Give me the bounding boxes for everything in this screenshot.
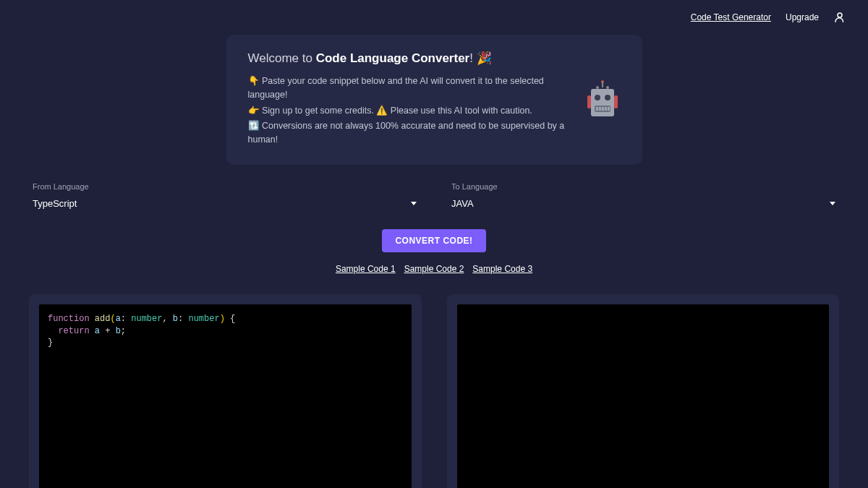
chevron-down-icon bbox=[830, 202, 835, 205]
output-code-editor[interactable] bbox=[457, 304, 830, 488]
svg-point-4 bbox=[606, 86, 609, 89]
welcome-title-prefix: Welcome to bbox=[248, 51, 316, 65]
to-language-select[interactable]: JAVA bbox=[451, 195, 835, 212]
profile-icon[interactable] bbox=[833, 11, 846, 24]
welcome-line-3: 🔃 Conversions are not always 100% accura… bbox=[248, 119, 570, 147]
svg-point-8 bbox=[595, 95, 600, 100]
from-language-label: From Language bbox=[33, 182, 417, 191]
svg-rect-7 bbox=[614, 95, 618, 108]
svg-rect-11 bbox=[596, 107, 598, 111]
svg-rect-13 bbox=[602, 107, 604, 111]
output-editor-panel bbox=[447, 294, 840, 488]
welcome-title-bold: Code Language Converter bbox=[316, 51, 470, 65]
from-language-select[interactable]: TypeScript bbox=[33, 195, 417, 212]
input-editor-panel: function add(a: number, b: number) { ret… bbox=[29, 294, 422, 488]
welcome-line-2: 👉 Sign up to get some credits. ⚠️ Please… bbox=[248, 104, 570, 118]
svg-rect-5 bbox=[591, 89, 614, 116]
svg-rect-14 bbox=[605, 107, 607, 111]
input-code-editor[interactable]: function add(a: number, b: number) { ret… bbox=[39, 304, 412, 488]
chevron-down-icon bbox=[411, 202, 417, 205]
sample-code-1-link[interactable]: Sample Code 1 bbox=[336, 264, 396, 274]
sample-code-3-link[interactable]: Sample Code 3 bbox=[472, 264, 532, 274]
svg-rect-6 bbox=[587, 95, 591, 108]
upgrade-link[interactable]: Upgrade bbox=[786, 12, 819, 22]
svg-point-0 bbox=[838, 13, 842, 17]
to-language-label: To Language bbox=[451, 182, 835, 191]
to-language-value: JAVA bbox=[451, 198, 474, 209]
convert-code-button[interactable]: CONVERT CODE! bbox=[382, 229, 485, 252]
welcome-title: Welcome to Code Language Converter! 🎉 bbox=[248, 51, 570, 66]
svg-rect-12 bbox=[599, 107, 601, 111]
code-test-generator-link[interactable]: Code Test Generator bbox=[691, 12, 771, 22]
welcome-title-suffix: ! 🎉 bbox=[469, 51, 491, 65]
welcome-card: Welcome to Code Language Converter! 🎉 👇 … bbox=[226, 35, 642, 165]
svg-point-9 bbox=[605, 95, 610, 100]
robot-icon bbox=[584, 80, 621, 120]
sample-code-2-link[interactable]: Sample Code 2 bbox=[404, 264, 464, 274]
svg-rect-2 bbox=[602, 82, 603, 87]
svg-point-3 bbox=[596, 86, 599, 89]
welcome-line-1: 👇 Paste your code snippet below and the … bbox=[248, 74, 570, 102]
svg-rect-15 bbox=[608, 107, 610, 111]
from-language-value: TypeScript bbox=[33, 198, 77, 209]
